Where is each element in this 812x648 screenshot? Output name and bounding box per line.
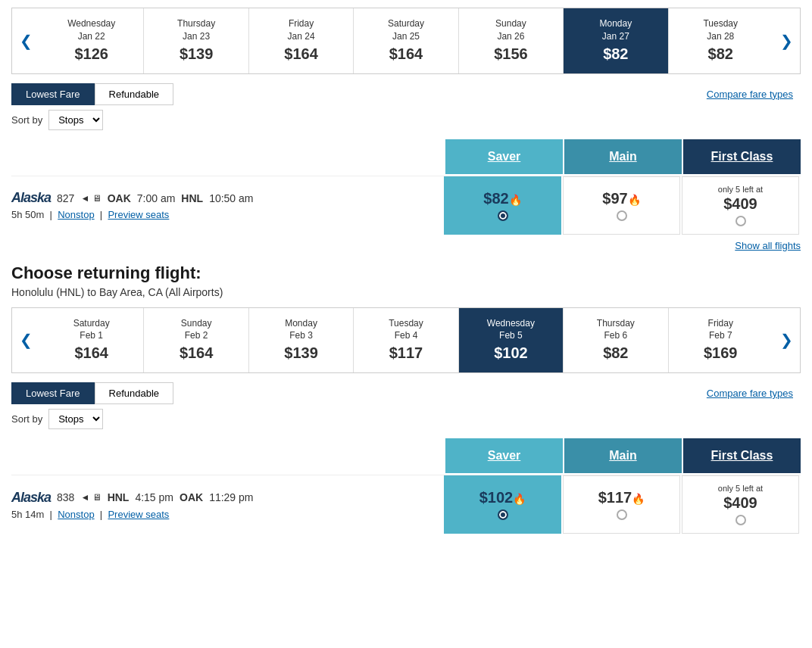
return-lowest-fare-tab[interactable]: Lowest Fare: [11, 382, 95, 404]
return-depart-time: 4:15 pm: [135, 491, 173, 503]
outbound-dest-airport: HNL: [181, 192, 203, 204]
outbound-main-flame: 🔥: [628, 194, 641, 206]
return-flight-info: Alaska 838 ◄ 🖥 HNL 4:15 pm OAK 11:29 pm …: [11, 475, 444, 534]
outbound-saver-flame: 🔥: [509, 194, 522, 206]
outbound-first-radio[interactable]: [735, 216, 746, 226]
outbound-origin-airport: OAK: [108, 192, 131, 204]
return-first-radio[interactable]: [735, 515, 746, 525]
outbound-main-radio[interactable]: [617, 210, 627, 221]
return-date-cell-2[interactable]: Monday Feb 3 $139: [248, 308, 353, 373]
return-main-col-header[interactable]: Main: [564, 438, 682, 473]
return-first-note: only 5 left at: [718, 484, 763, 493]
return-fare-columns-header: Saver Main First Class: [11, 438, 801, 473]
outbound-depart-time: 7:00 am: [137, 192, 176, 204]
return-saver-price-cell[interactable]: $102🔥: [444, 475, 561, 534]
outbound-date-cell-0[interactable]: Wednesday Jan 22 $126: [39, 8, 143, 73]
return-date-carousel[interactable]: ❮ Saturday Feb 1 $164 Sunday Feb 2 $164 …: [11, 307, 801, 374]
return-date-cell-1[interactable]: Sunday Feb 2 $164: [143, 308, 248, 373]
return-next-arrow[interactable]: ❯: [773, 308, 800, 373]
return-sort-label: Sort by: [11, 413, 42, 425]
return-section-title: Choose returning flight:: [11, 263, 801, 283]
return-flight-row: Alaska 838 ◄ 🖥 HNL 4:15 pm OAK 11:29 pm …: [11, 475, 801, 534]
outbound-first-col-header[interactable]: First Class: [683, 139, 801, 174]
return-main-price: $117🔥: [598, 489, 645, 506]
return-route: Honolulu (HNL) to Bay Area, CA (All Airp…: [11, 286, 801, 298]
return-origin-airport: HNL: [108, 491, 130, 503]
outbound-saver-price: $82🔥: [483, 190, 521, 207]
outbound-flight-row: Alaska 827 ◄ 🖥 OAK 7:00 am HNL 10:50 am …: [11, 176, 801, 235]
return-main-flame: 🔥: [632, 493, 645, 505]
return-first-col-header[interactable]: First Class: [683, 438, 801, 473]
return-sort-select[interactable]: Stops: [48, 409, 103, 429]
return-first-price: $409: [723, 494, 757, 512]
outbound-main-price-cell[interactable]: $97🔥: [563, 176, 680, 235]
return-compare-link[interactable]: Compare fare types: [707, 388, 793, 399]
return-plane-icon: ◄ 🖥: [80, 492, 101, 503]
outbound-refundable-tab[interactable]: Refundable: [95, 83, 174, 105]
outbound-sort-row: Sort by Stops: [11, 110, 801, 130]
outbound-flight-info: Alaska 827 ◄ 🖥 OAK 7:00 am HNL 10:50 am …: [11, 176, 444, 235]
outbound-prev-arrow[interactable]: ❮: [12, 8, 39, 73]
outbound-show-all-row: Show all flights: [11, 239, 801, 251]
outbound-main-price: $97🔥: [602, 190, 640, 207]
return-flight-details: 5h 14m | Nonstop | Preview seats: [11, 509, 444, 520]
return-sort-row: Sort by Stops: [11, 409, 801, 429]
outbound-compare-link[interactable]: Compare fare types: [707, 89, 793, 100]
return-date-cell-3[interactable]: Tuesday Feb 4 $117: [353, 308, 458, 373]
return-fare-filter: Lowest Fare Refundable Compare fare type…: [11, 382, 801, 404]
return-saver-flame: 🔥: [513, 493, 526, 505]
outbound-airline-logo: Alaska: [11, 190, 51, 206]
return-date-cell-0[interactable]: Saturday Feb 1 $164: [39, 308, 143, 373]
outbound-first-price-cell[interactable]: only 5 left at $409: [682, 176, 799, 235]
return-date-cell-6[interactable]: Friday Feb 7 $169: [668, 308, 773, 373]
return-saver-radio[interactable]: [498, 509, 508, 520]
outbound-date-cell-2[interactable]: Friday Jan 24 $164: [248, 8, 353, 73]
outbound-nonstop-link[interactable]: Nonstop: [58, 209, 94, 220]
outbound-date-cell-5[interactable]: Monday Jan 27 $82: [563, 8, 667, 73]
outbound-next-arrow[interactable]: ❯: [773, 8, 800, 73]
outbound-lowest-fare-tab[interactable]: Lowest Fare: [11, 83, 95, 105]
outbound-plane-icon: ◄ 🖥: [80, 193, 101, 204]
outbound-arrive-time: 10:50 am: [209, 192, 253, 204]
outbound-saver-radio[interactable]: [498, 210, 508, 221]
return-main-radio[interactable]: [617, 509, 627, 520]
return-nonstop-link[interactable]: Nonstop: [58, 509, 94, 520]
outbound-date-cell-3[interactable]: Saturday Jan 25 $164: [353, 8, 458, 73]
return-prev-arrow[interactable]: ❮: [12, 308, 39, 373]
outbound-main-col-header[interactable]: Main: [564, 139, 682, 174]
outbound-date-cell-1[interactable]: Thursday Jan 23 $139: [143, 8, 248, 73]
return-date-cell-4[interactable]: Wednesday Feb 5 $102: [458, 308, 563, 373]
return-refundable-tab[interactable]: Refundable: [95, 382, 174, 404]
outbound-first-note: only 5 left at: [718, 185, 763, 194]
return-flight-number: 838: [57, 491, 74, 503]
outbound-saver-col-header[interactable]: Saver: [445, 139, 563, 174]
return-preview-seats-link[interactable]: Preview seats: [108, 509, 169, 520]
outbound-preview-seats-link[interactable]: Preview seats: [108, 209, 169, 220]
return-airline-logo: Alaska: [11, 490, 51, 506]
outbound-flight-number: 827: [57, 192, 74, 204]
outbound-first-price: $409: [723, 195, 757, 213]
outbound-sort-label: Sort by: [11, 114, 42, 126]
return-first-price-cell[interactable]: only 5 left at $409: [682, 475, 799, 534]
return-dest-airport: OAK: [180, 491, 203, 503]
outbound-show-all-link[interactable]: Show all flights: [735, 240, 801, 251]
outbound-fare-columns-header: Saver Main First Class: [11, 139, 801, 174]
return-saver-col-header[interactable]: Saver: [445, 438, 563, 473]
outbound-saver-price-cell[interactable]: $82🔥: [444, 176, 561, 235]
outbound-duration: 5h 50m: [11, 209, 44, 220]
outbound-flight-details: 5h 50m | Nonstop | Preview seats: [11, 209, 444, 220]
outbound-date-carousel[interactable]: ❮ Wednesday Jan 22 $126 Thursday Jan 23 …: [11, 8, 801, 74]
return-saver-price: $102🔥: [479, 489, 526, 506]
return-main-price-cell[interactable]: $117🔥: [563, 475, 680, 534]
outbound-fare-filter: Lowest Fare Refundable Compare fare type…: [11, 83, 801, 105]
return-duration: 5h 14m: [11, 509, 44, 520]
outbound-date-cell-4[interactable]: Sunday Jan 26 $156: [458, 8, 563, 73]
return-date-cell-5[interactable]: Thursday Feb 6 $82: [563, 308, 667, 373]
return-arrive-time: 11:29 pm: [209, 491, 253, 503]
outbound-sort-select[interactable]: Stops: [48, 110, 103, 130]
outbound-date-cell-6[interactable]: Tuesday Jan 28 $82: [668, 8, 773, 73]
